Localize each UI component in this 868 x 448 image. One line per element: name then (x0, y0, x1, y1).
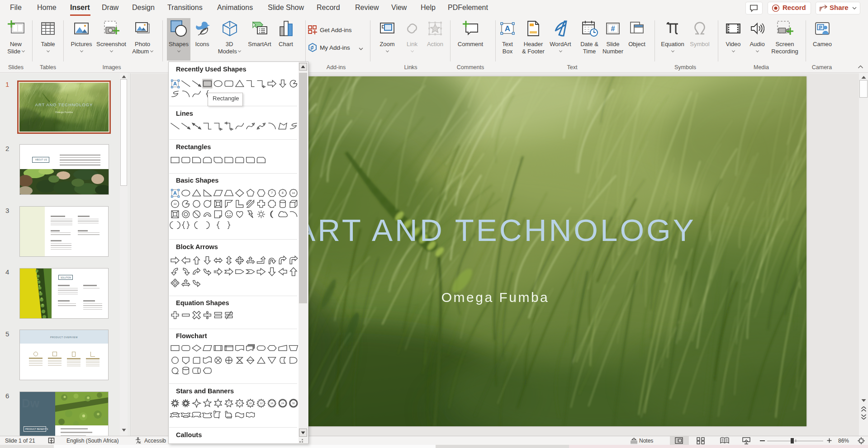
svg-text:12: 12 (174, 202, 177, 205)
svg-text:A: A (173, 190, 177, 196)
svg-text:12: 12 (260, 402, 262, 405)
svg-text:7: 7 (228, 401, 230, 405)
svg-text:8: 8 (282, 191, 284, 194)
svg-text:A: A (173, 81, 177, 86)
svg-text:32: 32 (292, 402, 295, 405)
svg-text:P: P (819, 25, 822, 30)
svg-text:10: 10 (292, 191, 295, 194)
svg-text:A: A (505, 24, 510, 33)
svg-text:16: 16 (270, 402, 273, 405)
svg-text:#: # (611, 25, 615, 33)
svg-text:24: 24 (281, 402, 284, 405)
svg-text:7: 7 (271, 191, 273, 194)
svg-text:8: 8 (239, 401, 241, 405)
svg-text:10: 10 (249, 402, 251, 405)
